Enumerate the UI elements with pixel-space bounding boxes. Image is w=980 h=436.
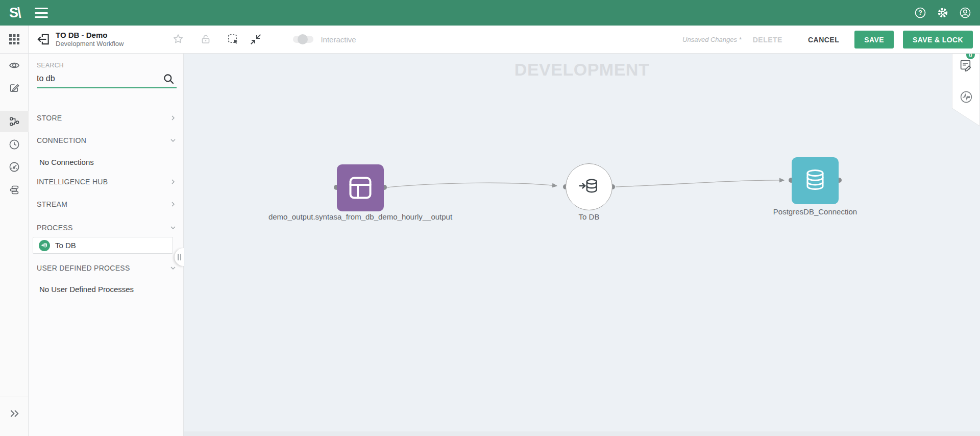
view-eye-icon[interactable]: [0, 55, 29, 76]
database-icon: [802, 167, 828, 194]
save-and-lock-button[interactable]: SAVE & LOCK: [903, 31, 973, 49]
workflow-edges: [184, 54, 980, 436]
interactive-toggle-label: Interactive: [321, 35, 356, 44]
activity-icon[interactable]: [960, 90, 973, 106]
section-process[interactable]: PROCESS: [37, 221, 177, 234]
workflow-subtitle: Development Workflow: [56, 40, 124, 48]
apps-grid-icon[interactable]: [0, 26, 29, 54]
workflow-title: TO DB - Demo: [56, 31, 124, 40]
top-app-bar: S\ ?: [0, 0, 980, 26]
connection-empty-text: No Connections: [39, 158, 94, 166]
back-icon[interactable]: [35, 31, 52, 47]
to-db-process-icon: [39, 240, 50, 251]
notes-icon[interactable]: [959, 58, 973, 74]
chevron-right-icon: [169, 114, 177, 122]
edge-process-to-connection: [616, 180, 784, 187]
chevron-right-icon: [169, 178, 177, 185]
datasets-stack-icon[interactable]: [0, 179, 29, 201]
expand-sidebar-icon[interactable]: [0, 403, 29, 424]
section-intelligence-hub[interactable]: INTELLIGENCE HUB: [37, 175, 177, 188]
schedule-clock-icon[interactable]: [0, 134, 29, 155]
search-label: SEARCH: [37, 62, 177, 69]
node-postgres-connection[interactable]: [792, 157, 839, 204]
database-arrow-icon: [577, 175, 601, 199]
table-icon: [348, 176, 373, 200]
search-icon[interactable]: [162, 72, 176, 86]
node-to-db-process[interactable]: [566, 163, 612, 210]
edit-compose-icon[interactable]: [0, 77, 29, 99]
marquee-select-icon[interactable]: [226, 32, 241, 47]
chevron-down-icon: [169, 224, 177, 231]
star-icon[interactable]: [170, 32, 186, 47]
svg-text:?: ?: [918, 9, 922, 16]
node-label: PostgresDB_Connection: [739, 207, 892, 216]
unlock-icon[interactable]: [198, 32, 213, 47]
help-icon[interactable]: ?: [914, 6, 927, 19]
edge-source-to-process: [387, 183, 557, 187]
menu-icon[interactable]: [35, 8, 48, 18]
section-connection[interactable]: CONNECTION: [37, 134, 177, 147]
chevron-right-icon: [169, 201, 177, 208]
section-stream[interactable]: STREAM: [37, 198, 177, 211]
interactive-toggle[interactable]: [293, 34, 313, 44]
save-button[interactable]: SAVE: [854, 31, 894, 49]
components-panel: SEARCH STORE CONNECTION No Connections I…: [29, 54, 184, 436]
workflow-canvas[interactable]: DEVELOPMENT demo_output.syntasa_fr: [184, 54, 980, 436]
node-label: demo_output.syntasa_from_db_demo_hourly_…: [258, 212, 462, 221]
settings-gear-icon[interactable]: [936, 6, 949, 19]
chevron-down-icon: [169, 264, 177, 272]
process-item-label: To DB: [55, 241, 76, 250]
cancel-button[interactable]: CANCEL: [808, 36, 839, 44]
search-input[interactable]: [37, 70, 177, 87]
workflow-canvas-icon[interactable]: [0, 111, 29, 132]
canvas-bottom-edge: [184, 431, 980, 436]
app-root: S\ ? TO DB - Demo Development Wo: [0, 0, 980, 436]
section-user-defined-process[interactable]: USER DEFINED PROCESS: [37, 261, 177, 275]
canvas-side-tools: 0: [952, 54, 980, 130]
delete-button[interactable]: DELETE: [753, 36, 782, 44]
dashboard-gauge-icon[interactable]: [0, 156, 29, 178]
workflow-toolbar: TO DB - Demo Development Workflow Intera…: [29, 26, 980, 54]
app-logo[interactable]: S\: [9, 5, 20, 21]
section-store[interactable]: STORE: [37, 111, 177, 125]
profile-icon[interactable]: [959, 6, 972, 19]
unsaved-changes-text: Unsaved Changes *: [682, 36, 742, 43]
left-icon-rail: [0, 54, 29, 436]
process-item-to-db[interactable]: To DB: [33, 237, 173, 254]
node-label: To DB: [538, 212, 640, 221]
node-event-dataset[interactable]: [337, 164, 384, 211]
collapse-icon[interactable]: [248, 32, 263, 47]
chevron-down-icon: [169, 137, 177, 144]
udp-empty-text: No User Defined Processes: [39, 285, 134, 294]
